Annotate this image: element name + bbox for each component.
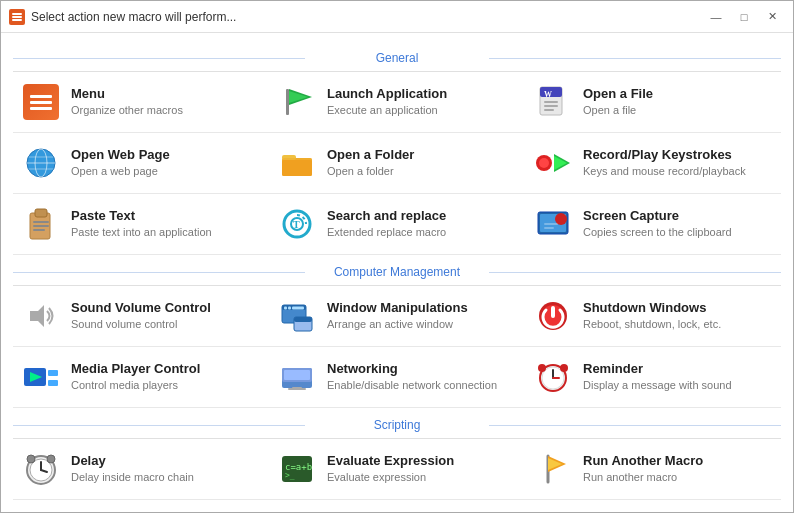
close-button[interactable]: ✕ (759, 7, 785, 27)
computer-grid: Sound Volume Control Sound volume contro… (13, 285, 781, 408)
screen-icon (533, 204, 573, 244)
reminder-icon (533, 357, 573, 397)
svg-marker-39 (30, 305, 44, 327)
action-media[interactable]: Media Player Control Control media playe… (13, 347, 269, 408)
evaluate-icon: c=a+b >_ (277, 449, 317, 489)
maximize-button[interactable]: □ (731, 7, 757, 27)
action-window-desc: Arrange an active window (327, 317, 517, 331)
action-paste-title: Paste Text (71, 208, 261, 225)
shutdown-icon (533, 296, 573, 336)
action-search-replace[interactable]: T Search and replace Extended replace ma… (269, 194, 525, 255)
scripting-grid: Delay Delay inside macro chain c=a+b >_ … (13, 438, 781, 500)
action-open-file[interactable]: W Open a File Open a file (525, 72, 781, 133)
window-manip-icon (277, 296, 317, 336)
action-folder-desc: Open a folder (327, 164, 517, 178)
network-icon (277, 357, 317, 397)
action-search-desc: Extended replace macro (327, 225, 517, 239)
svg-rect-49 (551, 306, 555, 318)
action-run-macro[interactable]: Run Another Macro Run another macro (525, 439, 781, 500)
action-open-folder[interactable]: Open a Folder Open a folder (269, 133, 525, 194)
action-open-web[interactable]: Open Web Page Open a web page (13, 133, 269, 194)
svg-point-63 (538, 364, 546, 372)
action-media-title: Media Player Control (71, 361, 261, 378)
svg-rect-29 (33, 225, 49, 227)
action-networking[interactable]: Networking Enable/disable network connec… (269, 347, 525, 408)
action-reminder-desc: Display a message with sound (583, 378, 773, 392)
minimize-button[interactable]: — (703, 7, 729, 27)
action-search-title: Search and replace (327, 208, 517, 225)
paste-icon (21, 204, 61, 244)
svg-rect-27 (35, 209, 47, 217)
media-icon (21, 357, 61, 397)
action-evaluate[interactable]: c=a+b >_ Evaluate Expression Evaluate ex… (269, 439, 525, 500)
svg-rect-38 (544, 227, 554, 229)
action-folder-title: Open a Folder (327, 147, 517, 164)
svg-rect-44 (292, 307, 304, 310)
main-window: Select action new macro will perform... … (0, 0, 794, 513)
action-sound-desc: Sound volume control (71, 317, 261, 331)
svg-rect-46 (294, 317, 312, 322)
action-launch-app[interactable]: Launch Application Execute an applicatio… (269, 72, 525, 133)
action-menu[interactable]: Menu Organize other macros (13, 72, 269, 133)
svg-rect-52 (48, 370, 58, 376)
svg-rect-43 (288, 307, 291, 310)
action-openfile-title: Open a File (583, 86, 773, 103)
action-sound[interactable]: Sound Volume Control Sound volume contro… (13, 286, 269, 347)
svg-rect-42 (284, 307, 287, 310)
action-delay[interactable]: Delay Delay inside macro chain (13, 439, 269, 500)
svg-rect-28 (33, 221, 49, 223)
sound-icon (21, 296, 61, 336)
action-menu-title: Menu (71, 86, 261, 103)
action-runmacro-title: Run Another Macro (583, 453, 773, 470)
delay-icon (21, 449, 61, 489)
title-bar: Select action new macro will perform... … (1, 1, 793, 33)
general-grid: Menu Organize other macros Launch Applic… (13, 71, 781, 255)
flag-icon (277, 82, 317, 122)
action-screen-desc: Copies screen to the clipboard (583, 225, 773, 239)
action-delay-title: Delay (71, 453, 261, 470)
app-icon (9, 9, 25, 25)
action-shutdown-title: Shutdown Windows (583, 300, 773, 317)
action-reminder-title: Reminder (583, 361, 773, 378)
file-icon: W (533, 82, 573, 122)
svg-point-64 (560, 364, 568, 372)
action-delay-desc: Delay inside macro chain (71, 470, 261, 484)
window-title: Select action new macro will perform... (31, 10, 703, 24)
action-paste-text[interactable]: Paste Text Paste text into an applicatio… (13, 194, 269, 255)
action-evaluate-desc: Evaluate expression (327, 470, 517, 484)
action-media-desc: Control media players (71, 378, 261, 392)
svg-rect-1 (12, 13, 22, 15)
action-shutdown[interactable]: Shutdown Windows Reboot, shutdown, lock,… (525, 286, 781, 347)
svg-rect-37 (544, 223, 558, 225)
action-network-desc: Enable/disable network connection (327, 378, 517, 392)
record-icon (533, 143, 573, 183)
run-macro-icon (533, 449, 573, 489)
menu-icon (21, 82, 61, 122)
svg-text:T: T (293, 219, 300, 230)
svg-point-70 (47, 455, 55, 463)
action-record-desc: Keys and mouse record/playback (583, 164, 773, 178)
svg-point-23 (539, 158, 549, 168)
action-screen-capture[interactable]: Screen Capture Copies screen to the clip… (525, 194, 781, 255)
action-record-keys[interactable]: Record/Play Keystrokes Keys and mouse re… (525, 133, 781, 194)
svg-rect-11 (544, 105, 558, 107)
svg-rect-30 (33, 229, 45, 231)
svg-rect-10 (544, 101, 558, 103)
action-paste-desc: Paste text into an application (71, 225, 261, 239)
action-record-title: Record/Play Keystrokes (583, 147, 773, 164)
action-reminder[interactable]: Reminder Display a message with sound (525, 347, 781, 408)
svg-text:W: W (544, 90, 552, 99)
action-screen-title: Screen Capture (583, 208, 773, 225)
section-computer-header: Computer Management (13, 265, 781, 279)
action-sound-title: Sound Volume Control (71, 300, 261, 317)
section-scripting-header: Scripting (13, 418, 781, 432)
action-menu-desc: Organize other macros (71, 103, 261, 117)
action-network-title: Networking (327, 361, 517, 378)
action-launch-desc: Execute an application (327, 103, 517, 117)
svg-rect-53 (48, 380, 58, 386)
action-shutdown-desc: Reboot, shutdown, lock, etc. (583, 317, 773, 331)
action-window-manip[interactable]: Window Manipulations Arrange an active w… (269, 286, 525, 347)
action-launch-title: Launch Application (327, 86, 517, 103)
svg-text:>_: >_ (285, 471, 295, 480)
svg-rect-21 (282, 160, 312, 176)
